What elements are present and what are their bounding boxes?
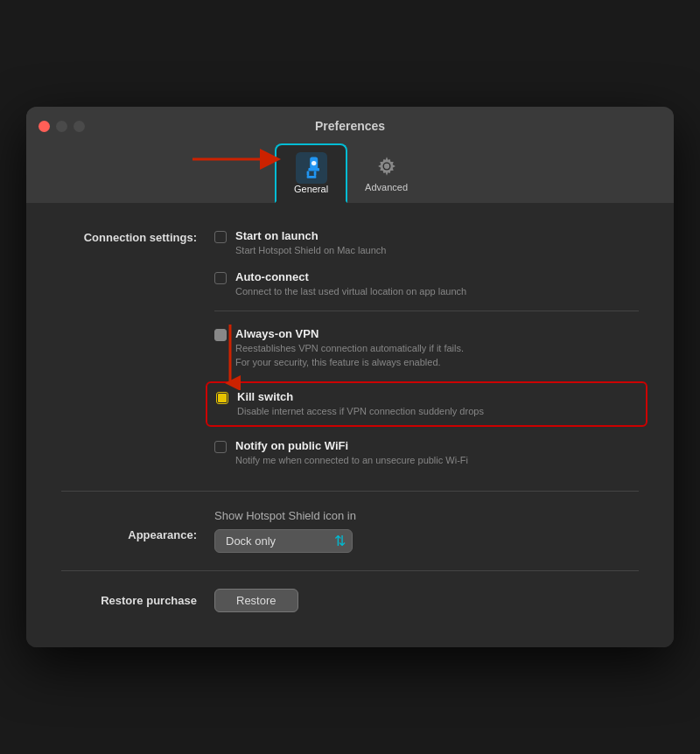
start-on-launch-text: Start on launch Start Hotspot Shield on … [235, 229, 639, 257]
divider [214, 311, 639, 311]
always-on-vpn-desc: Reestablishes VPN connection automatical… [235, 342, 639, 369]
kill-switch-item: Kill switch Disable internet access if V… [206, 381, 648, 427]
tab-general[interactable]: General [275, 143, 347, 203]
svg-rect-7 [306, 176, 316, 178]
auto-connect-text: Auto-connect Connect to the last used vi… [235, 270, 639, 298]
svg-point-11 [383, 164, 388, 169]
svg-rect-5 [306, 171, 309, 176]
appearance-content: Show Hotspot Shield icon in Dock only Me… [214, 509, 639, 553]
start-on-launch-title: Start on launch [235, 229, 639, 242]
notify-wifi-text: Notify on public WiFi Notify me when con… [235, 439, 639, 467]
list-item: Always-on VPN Reestablishes VPN connecti… [214, 327, 639, 369]
restore-section: Restore purchase Restore [61, 589, 639, 612]
start-on-launch-desc: Start Hotspot Shield on Mac launch [235, 244, 639, 257]
tab-advanced-label: Advanced [365, 182, 408, 192]
always-on-vpn-text: Always-on VPN Reestablishes VPN connecti… [235, 327, 639, 369]
restore-purchase-label: Restore purchase [61, 594, 214, 607]
kill-switch-desc: Disable internet access if VPN connectio… [237, 405, 637, 418]
dock-select[interactable]: Dock only Menu bar only Dock and Menu ba… [214, 529, 353, 553]
traffic-lights [38, 121, 85, 132]
svg-rect-6 [313, 171, 316, 176]
auto-connect-desc: Connect to the last used virtual locatio… [235, 285, 639, 298]
kill-switch-checkbox[interactable] [216, 392, 228, 404]
window-title: Preferences [315, 119, 385, 133]
start-on-launch-checkbox[interactable] [214, 231, 227, 243]
appearance-label: Appearance: [61, 509, 214, 553]
dock-select-wrapper: Dock only Menu bar only Dock and Menu ba… [214, 529, 353, 553]
general-icon [296, 152, 327, 184]
notify-wifi-title: Notify on public WiFi [235, 439, 639, 452]
kill-switch-wrapper: Kill switch Disable internet access if V… [214, 381, 639, 427]
titlebar: Preferences General [26, 107, 674, 203]
appearance-section: Appearance: Show Hotspot Shield icon in … [61, 509, 639, 553]
restore-button[interactable]: Restore [214, 589, 298, 612]
connection-settings-section: Connection settings: Start on launch Sta… [61, 229, 639, 479]
connection-settings-label: Connection settings: [61, 229, 214, 479]
kill-switch-title: Kill switch [237, 390, 637, 403]
main-content: Connection settings: Start on launch Sta… [26, 203, 674, 646]
svg-point-8 [312, 161, 316, 165]
connection-settings-content: Start on launch Start Hotspot Shield on … [214, 229, 639, 479]
minimize-button[interactable] [56, 121, 67, 132]
tab-advanced[interactable]: Advanced [347, 143, 425, 203]
notify-wifi-desc: Notify me when connected to an unsecure … [235, 454, 639, 467]
svg-rect-4 [308, 168, 319, 171]
list-item: Notify on public WiFi Notify me when con… [214, 439, 639, 467]
toolbar: General Advanced [275, 143, 425, 203]
preferences-window: Preferences General [26, 107, 674, 646]
always-on-vpn-title: Always-on VPN [235, 327, 639, 340]
list-item: Start on launch Start Hotspot Shield on … [214, 229, 639, 257]
list-item: Auto-connect Connect to the last used vi… [214, 270, 639, 298]
section-divider-2 [61, 570, 639, 571]
advanced-icon [371, 150, 402, 182]
maximize-button[interactable] [74, 121, 85, 132]
tab-general-label: General [294, 184, 328, 194]
section-divider [61, 491, 639, 492]
always-on-vpn-checkbox[interactable] [214, 329, 227, 341]
notify-wifi-checkbox[interactable] [214, 441, 227, 453]
horizontal-arrow [184, 149, 289, 170]
close-button[interactable] [38, 121, 50, 132]
appearance-sublabel: Show Hotspot Shield icon in [214, 509, 639, 522]
auto-connect-title: Auto-connect [235, 270, 639, 283]
auto-connect-checkbox[interactable] [214, 272, 227, 284]
kill-switch-text: Kill switch Disable internet access if V… [237, 390, 637, 418]
